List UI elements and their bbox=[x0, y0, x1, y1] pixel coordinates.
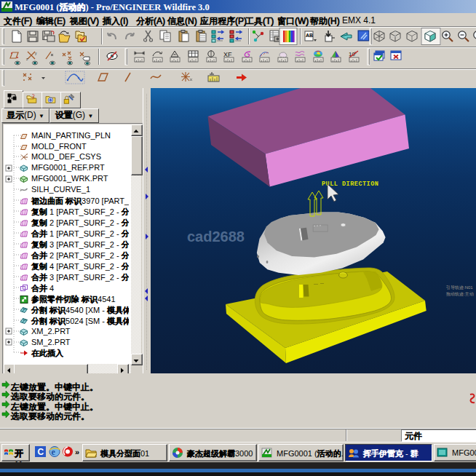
svg-text:XF: XF bbox=[223, 51, 232, 58]
svg-text:»: » bbox=[75, 448, 79, 456]
svg-text:拖动轨迹:主动: 拖动轨迹:主动 bbox=[445, 291, 474, 297]
svg-text:cad2688: cad2688 bbox=[187, 229, 245, 245]
svg-text:y: y bbox=[35, 51, 37, 55]
svg-text:AB: AB bbox=[306, 33, 313, 38]
svg-text:C: C bbox=[38, 447, 44, 457]
svg-text:引导轨迹:N01: 引导轨迹:N01 bbox=[446, 285, 473, 290]
